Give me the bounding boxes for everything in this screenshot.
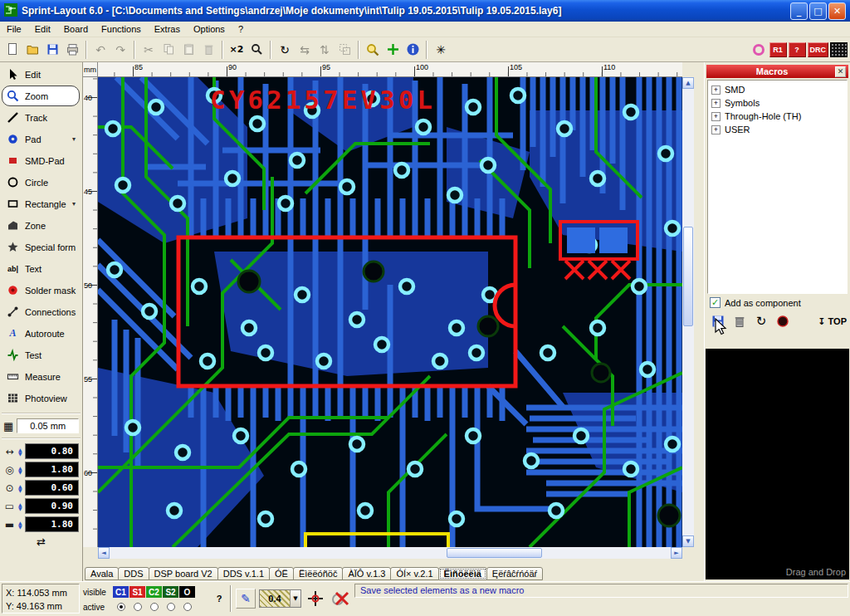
chevron-down-icon[interactable]: ▼ bbox=[290, 590, 300, 607]
tool-text[interactable]: ab| Text bbox=[2, 258, 80, 279]
scroll-left-arrow[interactable]: ◄ bbox=[98, 547, 110, 559]
cut-button[interactable]: ✂ bbox=[139, 40, 159, 59]
macro-tree-item[interactable]: + SMD bbox=[710, 83, 845, 96]
mirror-macro-button[interactable] bbox=[774, 313, 791, 330]
expand-icon[interactable]: + bbox=[711, 125, 721, 134]
vertical-scrollbar[interactable]: ▲ ▼ bbox=[682, 77, 694, 547]
redo-button[interactable]: ↷ bbox=[110, 40, 130, 59]
macro-tree-item[interactable]: + Through-Hole (TH) bbox=[710, 110, 845, 123]
rotate-macro-button[interactable]: ↻ bbox=[753, 313, 769, 330]
chevron-down-icon[interactable]: ▾ bbox=[72, 200, 76, 208]
active-layer-radio[interactable] bbox=[117, 603, 125, 611]
board-tab[interactable]: Ëìñöëëìä bbox=[438, 567, 487, 580]
vertical-scroll-thumb[interactable] bbox=[683, 227, 693, 326]
pad-outer-value[interactable]: 1.80 bbox=[25, 462, 79, 477]
expand-icon[interactable]: + bbox=[711, 86, 721, 95]
active-layer-radio[interactable] bbox=[150, 603, 159, 611]
spinner-icon[interactable]: ▲▼ bbox=[18, 484, 22, 492]
menu-item[interactable]: Extras bbox=[148, 22, 187, 36]
board-tab[interactable]: DSP board V2 bbox=[149, 567, 218, 580]
scroll-right-arrow[interactable]: ► bbox=[671, 547, 682, 559]
r1-button[interactable]: R1 bbox=[769, 42, 787, 57]
layer-help-button[interactable]: ? bbox=[212, 584, 226, 614]
crosshair-target-icon[interactable] bbox=[305, 589, 326, 609]
tool-connections[interactable]: Connections bbox=[2, 301, 80, 322]
board-tab[interactable]: Ęëŕâĉŕńóäŕ bbox=[486, 567, 543, 580]
macro-tree-item[interactable]: + Symbols bbox=[710, 96, 845, 110]
mirror-vertical-button[interactable]: ⇅ bbox=[315, 40, 335, 59]
track-width-value[interactable]: 0.80 bbox=[25, 443, 79, 459]
mirror-horizontal-button[interactable]: ⇆ bbox=[295, 40, 315, 59]
gear-icon[interactable]: ✳ bbox=[431, 40, 451, 59]
macro-tree-item[interactable]: + USER bbox=[710, 123, 845, 136]
top-layer-button[interactable]: ↧ TOP bbox=[818, 316, 847, 327]
grid-value[interactable]: 0.05 mm bbox=[17, 418, 79, 433]
open-file-button[interactable] bbox=[22, 40, 42, 59]
expand-icon[interactable]: + bbox=[711, 112, 721, 121]
menu-item[interactable]: Board bbox=[57, 22, 95, 36]
macro-preview[interactable]: Drag and Drop bbox=[706, 349, 849, 579]
rotate-button[interactable]: ↻ bbox=[275, 40, 295, 59]
no-connection-icon[interactable] bbox=[330, 589, 351, 609]
minimize-button[interactable]: _ bbox=[790, 2, 808, 20]
tool-edit[interactable]: Edit bbox=[2, 64, 80, 85]
group-button[interactable] bbox=[335, 40, 354, 59]
board-tab[interactable]: ÓË bbox=[269, 567, 294, 580]
menu-item[interactable]: Options bbox=[187, 22, 232, 36]
tool-track[interactable]: Track bbox=[2, 107, 80, 128]
scroll-down-arrow[interactable]: ▼ bbox=[682, 535, 694, 547]
tool-pad[interactable]: Pad ▾ bbox=[2, 129, 80, 149]
menu-item[interactable]: Edit bbox=[28, 22, 57, 36]
tool-special-form[interactable]: Special form bbox=[2, 237, 80, 257]
undo-button[interactable]: ↶ bbox=[90, 40, 110, 59]
spinner-icon[interactable]: ▲▼ bbox=[18, 466, 22, 474]
scroll-up-arrow[interactable]: ▲ bbox=[682, 77, 694, 89]
layer-chip[interactable]: S2 bbox=[163, 586, 178, 598]
tool-autoroute[interactable]: A Autoroute bbox=[2, 323, 80, 344]
swap-values-icon[interactable]: ⇄ bbox=[0, 535, 82, 548]
tool-circle[interactable]: Circle bbox=[2, 172, 80, 193]
layer-chip[interactable]: O bbox=[179, 586, 195, 598]
spinner-icon[interactable]: ▲▼ bbox=[18, 521, 22, 529]
info-button[interactable] bbox=[403, 40, 423, 59]
add-as-component-checkbox[interactable]: ✓ bbox=[710, 297, 721, 308]
active-layer-radio[interactable] bbox=[183, 603, 192, 611]
smd-width-value[interactable]: 0.90 bbox=[25, 498, 79, 514]
zoom-tool-button[interactable] bbox=[363, 40, 383, 59]
photoview-pattern-icon[interactable] bbox=[830, 42, 848, 57]
help-badge-button[interactable]: ? bbox=[789, 42, 806, 57]
board-tab[interactable]: Ëìëëóñöč bbox=[293, 567, 343, 580]
crosshair-add-button[interactable] bbox=[383, 40, 403, 59]
board-tab[interactable]: ÓÍ× v.2.1 bbox=[390, 567, 438, 580]
spinner-icon[interactable]: ▲▼ bbox=[18, 502, 22, 511]
active-layer-radio[interactable] bbox=[134, 603, 142, 611]
layer-chip[interactable]: C2 bbox=[146, 586, 162, 598]
metalization-icon[interactable]: ✎ bbox=[236, 589, 256, 609]
zoom-select-button[interactable] bbox=[247, 40, 266, 59]
horizontal-scroll-thumb[interactable] bbox=[447, 548, 542, 558]
tool-rectangle[interactable]: Rectangle ▾ bbox=[2, 193, 80, 214]
tool-test[interactable]: Test bbox=[2, 345, 80, 365]
tool-smd-pad[interactable]: SMD-Pad bbox=[2, 150, 80, 171]
maximize-button[interactable]: □ bbox=[809, 2, 827, 20]
highlight-ring-icon[interactable] bbox=[753, 44, 765, 56]
layer-chip[interactable]: C1 bbox=[113, 586, 129, 598]
horizontal-scrollbar[interactable]: ◄ ► bbox=[98, 547, 682, 559]
board-tab[interactable]: DDS v.1.1 bbox=[217, 567, 270, 580]
tool-solder-mask[interactable]: Solder mask bbox=[2, 280, 80, 301]
tool-zone[interactable]: Zone bbox=[2, 215, 80, 236]
expand-icon[interactable]: + bbox=[711, 99, 721, 108]
close-button[interactable]: ✕ bbox=[828, 2, 846, 20]
delete-macro-button[interactable] bbox=[731, 313, 748, 330]
print-button[interactable] bbox=[62, 40, 82, 59]
menu-item[interactable]: File bbox=[0, 22, 28, 36]
tool-zoom[interactable]: Zoom bbox=[2, 86, 80, 106]
pcb-canvas[interactable]: CY62157EV30L bbox=[98, 77, 682, 547]
track-width-dropdown[interactable]: 0.4 ▼ bbox=[259, 589, 301, 608]
tool-photoview[interactable]: Photoview bbox=[2, 388, 80, 408]
chevron-down-icon[interactable]: ▾ bbox=[72, 135, 76, 143]
menu-item[interactable]: ? bbox=[232, 22, 250, 36]
menu-item[interactable]: Functions bbox=[95, 22, 148, 36]
macros-close-button[interactable]: ✕ bbox=[835, 66, 846, 77]
layer-chip[interactable]: S1 bbox=[129, 586, 145, 598]
